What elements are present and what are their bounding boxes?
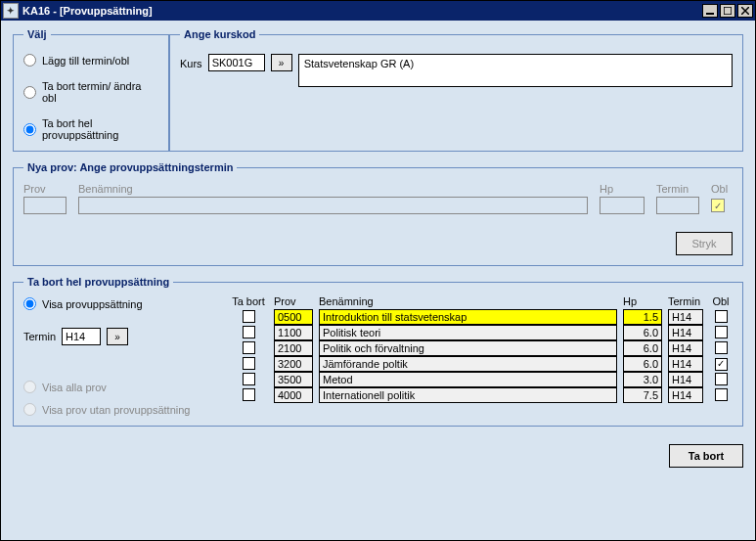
cell-benamning: Internationell politik xyxy=(319,387,617,403)
ny-obl-checkbox: ✓ xyxy=(711,199,725,212)
grid-header-benamning: Benämning xyxy=(319,295,617,307)
cell-termin: H14 xyxy=(668,325,703,340)
radio-remove-all-input[interactable] xyxy=(23,123,36,136)
header-hp: Hp xyxy=(600,183,645,195)
grid-header-termin: Termin xyxy=(668,295,703,307)
app-icon: ✦ xyxy=(3,3,19,19)
radio-visa-alla-label: Visa alla prov xyxy=(42,382,107,393)
radio-remove-termin-input[interactable] xyxy=(23,86,36,99)
grid-header-obl: Obl xyxy=(709,295,733,307)
radio-visa-provuppsattning[interactable]: Visa provuppsättning xyxy=(23,297,219,310)
tabort-checkbox[interactable] xyxy=(243,357,255,370)
radio-remove-termin-label: Ta bort termin/ ändra obl xyxy=(42,80,158,104)
ta-bort-button[interactable]: Ta bort xyxy=(669,444,743,468)
cell-prov: 4000 xyxy=(274,387,313,403)
app-window: ✦ KA16 - [Provuppsättning] Välj Lägg til… xyxy=(0,0,756,541)
radio-visa-alla-input[interactable] xyxy=(23,381,36,393)
ny-hp-input xyxy=(600,197,645,214)
cell-termin: H14 xyxy=(668,372,703,387)
radio-remove-termin[interactable]: Ta bort termin/ ändra obl xyxy=(23,80,158,104)
chevron-right-icon: » xyxy=(114,332,120,342)
tabort-checkbox[interactable] xyxy=(243,326,255,338)
obl-checkbox[interactable] xyxy=(715,310,728,323)
obl-checkbox[interactable] xyxy=(715,341,728,354)
maximize-button[interactable] xyxy=(720,4,735,18)
obl-checkbox[interactable] xyxy=(715,373,728,385)
cell-termin: H14 xyxy=(668,309,703,325)
termin-go-button[interactable]: » xyxy=(107,328,128,345)
legend-ta-bort: Ta bort hel provuppsättning xyxy=(23,276,173,288)
legend-valj: Välj xyxy=(23,28,51,40)
titlebar: ✦ KA16 - [Provuppsättning] xyxy=(1,1,755,21)
fieldset-ta-bort: Ta bort hel provuppsättning Visa provupp… xyxy=(13,276,743,427)
grid-body: 0500Introduktion till statsvetenskap1.5H… xyxy=(229,309,733,403)
ny-prov-input xyxy=(23,197,67,214)
obl-checkbox[interactable] xyxy=(715,326,728,338)
table-row: 2100Politik och förvaltning6.0H14 xyxy=(229,340,733,356)
cell-hp: 6.0 xyxy=(623,325,662,340)
kurs-description: Statsvetenskap GR (A) xyxy=(298,54,733,87)
cell-hp: 7.5 xyxy=(623,387,662,403)
ny-termin-input xyxy=(656,197,699,214)
header-termin: Termin xyxy=(656,183,699,195)
cell-benamning: Jämförande poltik xyxy=(319,356,617,372)
radio-visa-label: Visa provuppsättning xyxy=(42,298,143,310)
grid-header-hp: Hp xyxy=(623,295,662,307)
cell-termin: H14 xyxy=(668,340,703,356)
stryk-button[interactable]: Stryk xyxy=(676,232,733,255)
termin-input[interactable] xyxy=(62,328,101,345)
radio-visa-utan-label: Visa prov utan provuppsättning xyxy=(42,404,190,416)
tabort-checkbox[interactable] xyxy=(243,341,255,354)
radio-visa-utan[interactable]: Visa prov utan provuppsättning xyxy=(23,403,219,416)
header-obl: Obl xyxy=(711,183,733,195)
tabort-checkbox[interactable] xyxy=(243,310,255,323)
close-icon xyxy=(741,7,749,15)
header-prov: Prov xyxy=(23,183,67,195)
cell-prov: 3200 xyxy=(274,356,313,372)
table-row: 3500Metod3.0H14 xyxy=(229,372,733,387)
ny-benamning-input xyxy=(78,197,588,214)
obl-checkbox[interactable] xyxy=(715,388,728,401)
radio-add-termin[interactable]: Lägg till termin/obl xyxy=(23,54,158,67)
radio-visa-input[interactable] xyxy=(23,297,36,310)
cell-hp: 3.0 xyxy=(623,372,662,387)
minimize-button[interactable] xyxy=(702,4,718,18)
kurs-code-input[interactable] xyxy=(208,54,265,71)
radio-add-termin-label: Lägg till termin/obl xyxy=(42,55,129,67)
cell-benamning: Metod xyxy=(319,372,617,387)
legend-nya-prov: Nya prov: Ange provuppsättningstermin xyxy=(23,161,237,173)
table-row: 3200Jämförande poltik6.0H14 xyxy=(229,356,733,372)
grid-header-tabort: Ta bort xyxy=(229,295,268,307)
tabort-checkbox[interactable] xyxy=(243,388,255,401)
radio-visa-alla[interactable]: Visa alla prov xyxy=(23,381,219,393)
radio-remove-all-label: Ta bort hel provuppsättning xyxy=(42,117,158,141)
cell-prov: 1100 xyxy=(274,325,313,340)
cell-hp: 1.5 xyxy=(623,309,662,325)
cell-benamning: Politik och förvaltning xyxy=(319,340,617,356)
legend-ange: Ange kurskod xyxy=(180,28,259,40)
radio-remove-all[interactable]: Ta bort hel provuppsättning xyxy=(23,117,158,141)
cell-prov: 0500 xyxy=(274,309,313,325)
chevron-right-icon: » xyxy=(279,58,285,68)
table-row: 0500Introduktion till statsvetenskap1.5H… xyxy=(229,309,733,325)
tabort-checkbox[interactable] xyxy=(243,373,255,385)
close-button[interactable] xyxy=(737,4,753,18)
cell-prov: 2100 xyxy=(274,340,313,356)
cell-hp: 6.0 xyxy=(623,356,662,372)
content-area: Välj Lägg till termin/obl Ta bort termin… xyxy=(1,21,755,444)
kurs-go-button[interactable]: » xyxy=(271,54,292,71)
radio-add-termin-input[interactable] xyxy=(23,54,36,67)
fieldset-ange-kurskod: Ange kurskod Kurs » Statsvetenskap GR (A… xyxy=(169,28,743,152)
termin-label: Termin xyxy=(23,331,56,342)
obl-checkbox[interactable] xyxy=(715,358,728,371)
radio-visa-utan-input[interactable] xyxy=(23,403,36,416)
cell-termin: H14 xyxy=(668,387,703,403)
maximize-icon xyxy=(724,7,732,15)
table-row: 1100Politisk teori6.0H14 xyxy=(229,325,733,340)
window-title: KA16 - [Provuppsättning] xyxy=(22,5,153,17)
cell-termin: H14 xyxy=(668,356,703,372)
fieldset-nya-prov: Nya prov: Ange provuppsättningstermin Pr… xyxy=(13,161,743,266)
fieldset-valj: Välj Lägg till termin/obl Ta bort termin… xyxy=(13,28,169,152)
table-row: 4000Internationell politik7.5H14 xyxy=(229,387,733,403)
grid-header-prov: Prov xyxy=(274,295,313,307)
